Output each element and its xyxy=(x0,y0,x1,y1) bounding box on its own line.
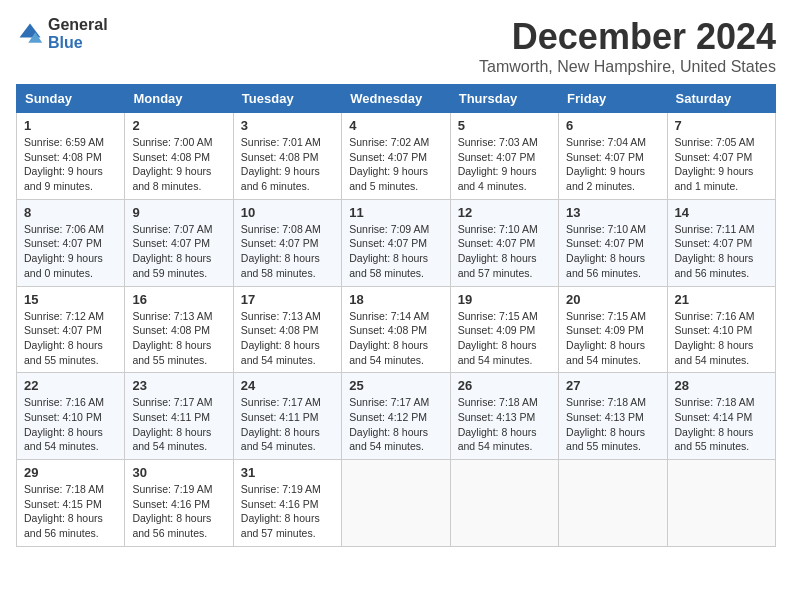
day-number: 22 xyxy=(24,378,117,393)
day-number: 10 xyxy=(241,205,334,220)
header: General Blue December 2024 Tamworth, New… xyxy=(16,16,776,76)
day-info: Sunrise: 7:03 AM Sunset: 4:07 PM Dayligh… xyxy=(458,135,551,194)
day-cell: 25Sunrise: 7:17 AM Sunset: 4:12 PM Dayli… xyxy=(342,373,450,460)
day-info: Sunrise: 7:12 AM Sunset: 4:07 PM Dayligh… xyxy=(24,309,117,368)
day-info: Sunrise: 7:13 AM Sunset: 4:08 PM Dayligh… xyxy=(132,309,225,368)
day-info: Sunrise: 7:09 AM Sunset: 4:07 PM Dayligh… xyxy=(349,222,442,281)
day-number: 13 xyxy=(566,205,659,220)
day-info: Sunrise: 7:18 AM Sunset: 4:13 PM Dayligh… xyxy=(458,395,551,454)
day-number: 5 xyxy=(458,118,551,133)
week-row-4: 22Sunrise: 7:16 AM Sunset: 4:10 PM Dayli… xyxy=(17,373,776,460)
day-cell: 5Sunrise: 7:03 AM Sunset: 4:07 PM Daylig… xyxy=(450,113,558,200)
day-cell: 19Sunrise: 7:15 AM Sunset: 4:09 PM Dayli… xyxy=(450,286,558,373)
day-number: 9 xyxy=(132,205,225,220)
day-info: Sunrise: 7:19 AM Sunset: 4:16 PM Dayligh… xyxy=(241,482,334,541)
weekday-header-wednesday: Wednesday xyxy=(342,85,450,113)
calendar: SundayMondayTuesdayWednesdayThursdayFrid… xyxy=(16,84,776,547)
day-cell: 4Sunrise: 7:02 AM Sunset: 4:07 PM Daylig… xyxy=(342,113,450,200)
day-number: 23 xyxy=(132,378,225,393)
day-info: Sunrise: 7:18 AM Sunset: 4:13 PM Dayligh… xyxy=(566,395,659,454)
day-info: Sunrise: 7:13 AM Sunset: 4:08 PM Dayligh… xyxy=(241,309,334,368)
day-cell xyxy=(342,460,450,547)
weekday-header-monday: Monday xyxy=(125,85,233,113)
day-number: 20 xyxy=(566,292,659,307)
day-number: 25 xyxy=(349,378,442,393)
day-number: 18 xyxy=(349,292,442,307)
day-cell: 29Sunrise: 7:18 AM Sunset: 4:15 PM Dayli… xyxy=(17,460,125,547)
day-info: Sunrise: 7:06 AM Sunset: 4:07 PM Dayligh… xyxy=(24,222,117,281)
day-info: Sunrise: 7:17 AM Sunset: 4:12 PM Dayligh… xyxy=(349,395,442,454)
day-info: Sunrise: 7:15 AM Sunset: 4:09 PM Dayligh… xyxy=(458,309,551,368)
day-info: Sunrise: 7:19 AM Sunset: 4:16 PM Dayligh… xyxy=(132,482,225,541)
day-info: Sunrise: 7:10 AM Sunset: 4:07 PM Dayligh… xyxy=(566,222,659,281)
day-number: 12 xyxy=(458,205,551,220)
weekday-header-sunday: Sunday xyxy=(17,85,125,113)
day-cell: 9Sunrise: 7:07 AM Sunset: 4:07 PM Daylig… xyxy=(125,199,233,286)
title-area: December 2024 Tamworth, New Hampshire, U… xyxy=(479,16,776,76)
day-number: 28 xyxy=(675,378,768,393)
weekday-header-row: SundayMondayTuesdayWednesdayThursdayFrid… xyxy=(17,85,776,113)
week-row-5: 29Sunrise: 7:18 AM Sunset: 4:15 PM Dayli… xyxy=(17,460,776,547)
day-cell: 16Sunrise: 7:13 AM Sunset: 4:08 PM Dayli… xyxy=(125,286,233,373)
day-info: Sunrise: 7:08 AM Sunset: 4:07 PM Dayligh… xyxy=(241,222,334,281)
day-cell: 2Sunrise: 7:00 AM Sunset: 4:08 PM Daylig… xyxy=(125,113,233,200)
day-info: Sunrise: 7:17 AM Sunset: 4:11 PM Dayligh… xyxy=(241,395,334,454)
day-cell: 3Sunrise: 7:01 AM Sunset: 4:08 PM Daylig… xyxy=(233,113,341,200)
day-info: Sunrise: 7:18 AM Sunset: 4:14 PM Dayligh… xyxy=(675,395,768,454)
day-number: 30 xyxy=(132,465,225,480)
week-row-1: 1Sunrise: 6:59 AM Sunset: 4:08 PM Daylig… xyxy=(17,113,776,200)
day-number: 11 xyxy=(349,205,442,220)
logo-blue: Blue xyxy=(48,34,108,52)
day-number: 1 xyxy=(24,118,117,133)
day-cell: 26Sunrise: 7:18 AM Sunset: 4:13 PM Dayli… xyxy=(450,373,558,460)
day-cell: 31Sunrise: 7:19 AM Sunset: 4:16 PM Dayli… xyxy=(233,460,341,547)
day-number: 7 xyxy=(675,118,768,133)
title-month: December 2024 xyxy=(479,16,776,58)
day-cell: 23Sunrise: 7:17 AM Sunset: 4:11 PM Dayli… xyxy=(125,373,233,460)
day-cell: 21Sunrise: 7:16 AM Sunset: 4:10 PM Dayli… xyxy=(667,286,775,373)
day-info: Sunrise: 7:01 AM Sunset: 4:08 PM Dayligh… xyxy=(241,135,334,194)
day-cell: 1Sunrise: 6:59 AM Sunset: 4:08 PM Daylig… xyxy=(17,113,125,200)
weekday-header-thursday: Thursday xyxy=(450,85,558,113)
day-number: 19 xyxy=(458,292,551,307)
day-cell: 11Sunrise: 7:09 AM Sunset: 4:07 PM Dayli… xyxy=(342,199,450,286)
week-row-3: 15Sunrise: 7:12 AM Sunset: 4:07 PM Dayli… xyxy=(17,286,776,373)
day-cell xyxy=(559,460,667,547)
day-cell: 12Sunrise: 7:10 AM Sunset: 4:07 PM Dayli… xyxy=(450,199,558,286)
logo-general: General xyxy=(48,16,108,34)
day-cell: 30Sunrise: 7:19 AM Sunset: 4:16 PM Dayli… xyxy=(125,460,233,547)
weekday-header-saturday: Saturday xyxy=(667,85,775,113)
day-number: 3 xyxy=(241,118,334,133)
day-cell: 24Sunrise: 7:17 AM Sunset: 4:11 PM Dayli… xyxy=(233,373,341,460)
day-info: Sunrise: 7:02 AM Sunset: 4:07 PM Dayligh… xyxy=(349,135,442,194)
day-number: 31 xyxy=(241,465,334,480)
day-info: Sunrise: 7:14 AM Sunset: 4:08 PM Dayligh… xyxy=(349,309,442,368)
day-info: Sunrise: 7:15 AM Sunset: 4:09 PM Dayligh… xyxy=(566,309,659,368)
day-cell xyxy=(450,460,558,547)
logo-icon xyxy=(16,20,44,48)
day-info: Sunrise: 7:18 AM Sunset: 4:15 PM Dayligh… xyxy=(24,482,117,541)
day-cell: 27Sunrise: 7:18 AM Sunset: 4:13 PM Dayli… xyxy=(559,373,667,460)
day-number: 16 xyxy=(132,292,225,307)
day-number: 8 xyxy=(24,205,117,220)
week-row-2: 8Sunrise: 7:06 AM Sunset: 4:07 PM Daylig… xyxy=(17,199,776,286)
day-cell: 14Sunrise: 7:11 AM Sunset: 4:07 PM Dayli… xyxy=(667,199,775,286)
day-cell: 17Sunrise: 7:13 AM Sunset: 4:08 PM Dayli… xyxy=(233,286,341,373)
day-info: Sunrise: 7:04 AM Sunset: 4:07 PM Dayligh… xyxy=(566,135,659,194)
day-cell: 10Sunrise: 7:08 AM Sunset: 4:07 PM Dayli… xyxy=(233,199,341,286)
day-info: Sunrise: 7:16 AM Sunset: 4:10 PM Dayligh… xyxy=(675,309,768,368)
day-number: 29 xyxy=(24,465,117,480)
day-cell: 7Sunrise: 7:05 AM Sunset: 4:07 PM Daylig… xyxy=(667,113,775,200)
day-number: 17 xyxy=(241,292,334,307)
weekday-header-tuesday: Tuesday xyxy=(233,85,341,113)
day-cell: 15Sunrise: 7:12 AM Sunset: 4:07 PM Dayli… xyxy=(17,286,125,373)
day-number: 24 xyxy=(241,378,334,393)
logo: General Blue xyxy=(16,16,108,51)
weekday-header-friday: Friday xyxy=(559,85,667,113)
day-cell xyxy=(667,460,775,547)
day-cell: 6Sunrise: 7:04 AM Sunset: 4:07 PM Daylig… xyxy=(559,113,667,200)
day-cell: 20Sunrise: 7:15 AM Sunset: 4:09 PM Dayli… xyxy=(559,286,667,373)
day-cell: 8Sunrise: 7:06 AM Sunset: 4:07 PM Daylig… xyxy=(17,199,125,286)
day-number: 14 xyxy=(675,205,768,220)
day-cell: 18Sunrise: 7:14 AM Sunset: 4:08 PM Dayli… xyxy=(342,286,450,373)
